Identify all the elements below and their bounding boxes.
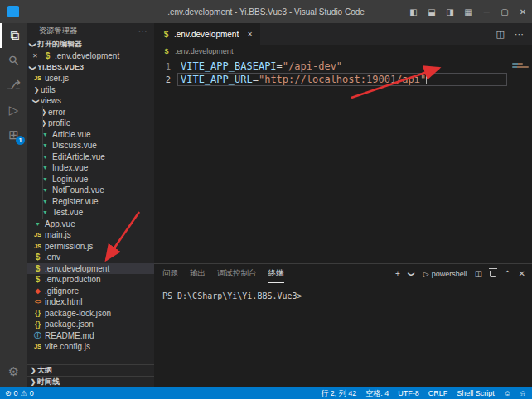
eol-status[interactable]: CRLF xyxy=(428,389,448,397)
tree-item-gitignore[interactable]: ◆.gitignore xyxy=(27,286,154,297)
tree-item-notfound-vue[interactable]: ▼NotFound.vue xyxy=(27,185,154,196)
split-editor-icon[interactable]: ◫ xyxy=(496,29,505,40)
line-number: 2 xyxy=(154,73,171,86)
js-file-icon: JS xyxy=(32,343,43,350)
new-terminal-icon[interactable]: + xyxy=(395,269,400,278)
tree-item-env[interactable]: $.env xyxy=(27,252,154,263)
feedback-smiley-icon[interactable]: ☺ xyxy=(504,389,511,397)
breadcrumb[interactable]: $ .env.development xyxy=(154,45,532,58)
cursor-position[interactable]: 行 2, 列 42 xyxy=(321,388,356,399)
maximize-button[interactable]: ▢ xyxy=(496,0,514,23)
settings-gear-icon[interactable]: ⚙ xyxy=(0,359,27,384)
timeline-pane-header[interactable]: ❯ 时间线 xyxy=(27,376,154,387)
vue-file-icon: ▼ xyxy=(40,142,51,148)
project-header[interactable]: ❯ YI.BBS.VUE3 xyxy=(27,61,154,73)
tree-item-user-js[interactable]: JSuser.js xyxy=(27,73,154,84)
tree-item-package-lock-json[interactable]: {}package-lock.json xyxy=(27,308,154,320)
tree-item-editarticle-vue[interactable]: ▼EditArticle.vue xyxy=(27,151,154,163)
vue-file-icon: ▼ xyxy=(40,209,51,215)
tree-item-permission-js[interactable]: JSpermission.js xyxy=(27,241,154,252)
shell-selector[interactable]: ▷ powershell xyxy=(423,270,467,278)
close-tab-icon[interactable]: ✕ xyxy=(247,31,253,38)
code-content: VITE_APP_URL="http://localhost:19001/api… xyxy=(181,73,427,86)
explorer-icon[interactable]: ⧉ xyxy=(0,23,27,48)
panel-maximize-icon[interactable]: ⌃ xyxy=(504,269,510,278)
encoding-status[interactable]: UTF-8 xyxy=(398,389,419,397)
minimap[interactable] xyxy=(510,60,532,265)
vue-file-icon: ▼ xyxy=(40,132,51,137)
tree-item-env-development[interactable]: $.env.development xyxy=(27,263,154,275)
warning-count: 0 xyxy=(30,389,34,397)
trash-icon[interactable] xyxy=(490,271,496,277)
line-number: 1 xyxy=(154,60,171,73)
extensions-icon[interactable]: ⊞ 1 xyxy=(0,123,27,147)
more-actions-icon[interactable]: ⋯ xyxy=(138,26,148,36)
code-line-1[interactable]: 1VITE_APP_BASEAPI="/api-dev" xyxy=(154,60,532,73)
tree-item-discuss-vue[interactable]: ▼Discuss.vue xyxy=(27,140,154,151)
tree-item-index-html[interactable]: <>index.html xyxy=(27,296,154,308)
tree-item-test-vue[interactable]: ▼Test.vue xyxy=(27,207,154,219)
panel-tabs: 问题输出调试控制台终端 xyxy=(162,264,296,283)
panel-close-icon[interactable]: ✕ xyxy=(519,269,525,278)
tree-item-vite-config-js[interactable]: JSvite.config.js xyxy=(27,341,154,353)
bell-icon[interactable]: ⍾ xyxy=(520,389,525,398)
tree-item-error[interactable]: ❯error xyxy=(27,107,154,118)
tree-item-profile[interactable]: ❯profile xyxy=(27,118,154,129)
tree-item-main-js[interactable]: JSmain.js xyxy=(27,229,154,241)
layout-panel-icon[interactable]: ⬓ xyxy=(423,0,441,23)
tree-item-readme-md[interactable]: ⓘREADME.md xyxy=(27,330,154,342)
tree-item-label: .env.production xyxy=(45,275,101,284)
layout-sidebar-icon[interactable]: ◧ xyxy=(404,0,423,23)
vscode-logo-icon[interactable] xyxy=(7,6,19,17)
outline-pane-header[interactable]: ❯ 大纲 xyxy=(27,364,154,376)
tree-item-views[interactable]: ❯views xyxy=(27,95,154,107)
json-file-icon: {} xyxy=(32,309,43,317)
tree-item-label: NotFound.vue xyxy=(52,185,104,195)
close-window-button[interactable]: ✕ xyxy=(514,0,532,23)
panel-tab-problems[interactable]: 问题 xyxy=(162,264,178,283)
panel-tab-terminal[interactable]: 终端 xyxy=(268,264,284,283)
panel-tab-debug-console[interactable]: 调试控制台 xyxy=(217,264,257,283)
customize-layout-icon[interactable]: ▦ xyxy=(459,0,477,23)
source-control-icon[interactable]: ⎇ xyxy=(0,73,27,98)
close-editor-icon[interactable]: ✕ xyxy=(32,52,41,60)
run-debug-icon[interactable]: ▷ xyxy=(0,98,27,123)
indentation-status[interactable]: 空格: 4 xyxy=(365,388,389,399)
tree-item-login-vue[interactable]: ▼Login.vue xyxy=(27,174,154,185)
open-editors-header[interactable]: ❯ 打开的编辑器 xyxy=(27,38,154,50)
layout-secondary-sidebar-icon[interactable]: ◨ xyxy=(441,0,459,23)
panel-tab-output[interactable]: 输出 xyxy=(190,264,206,283)
minimize-button[interactable]: ─ xyxy=(477,0,496,23)
more-actions-icon[interactable]: ⋯ xyxy=(515,29,524,40)
tree-item-index-vue[interactable]: ▼Index.vue xyxy=(27,162,154,174)
warning-icon: ⚠ xyxy=(21,389,27,397)
tree-item-label: .gitignore xyxy=(45,286,79,296)
chevron-down-icon[interactable]: ❯ xyxy=(408,270,415,278)
code-editor[interactable]: 1VITE_APP_BASEAPI="/api-dev"2VITE_APP_UR… xyxy=(154,58,532,263)
vue-file-icon: ▼ xyxy=(40,176,51,182)
split-terminal-icon[interactable]: ◫ xyxy=(475,269,482,278)
tree-item-article-vue[interactable]: ▼Article.vue xyxy=(27,129,154,141)
chevron-right-icon: ❯ xyxy=(29,367,37,374)
assignment-operator: = xyxy=(253,74,259,85)
code-line-2[interactable]: 2VITE_APP_URL="http://localhost:19001/ap… xyxy=(154,73,532,86)
tree-item-env-production[interactable]: $.env.production xyxy=(27,274,154,286)
env-file-icon: $ xyxy=(42,51,53,60)
status-bar: ⊘ 0 ⚠ 0 行 2, 列 42 空格: 4 UTF-8 CRLF Shell… xyxy=(0,387,532,399)
tree-item-register-vue[interactable]: ▼Register.vue xyxy=(27,196,154,208)
tree-item-label: EditArticle.vue xyxy=(52,152,105,161)
terminal[interactable]: PS D:\CSharp\Yi\Yi.BBS.Vue3> xyxy=(154,283,532,300)
open-editor-item[interactable]: ✕ $ .env.development xyxy=(27,50,154,61)
env-file-icon: $ xyxy=(32,264,43,273)
tree-item-label: Discuss.vue xyxy=(52,141,97,150)
tab-env-development[interactable]: $ .env.development ✕ xyxy=(154,23,260,45)
tree-item-label: index.html xyxy=(45,297,83,306)
search-icon[interactable]: ⚲ xyxy=(0,48,27,73)
language-mode[interactable]: Shell Script xyxy=(457,389,495,397)
tree-item-app-vue[interactable]: ▼App.vue xyxy=(27,219,154,230)
problems-status[interactable]: ⊘ 0 ⚠ 0 xyxy=(5,389,34,397)
tree-item-package-json[interactable]: {}package.json xyxy=(27,319,154,330)
activity-bar: ⧉ ⚲ ⎇ ▷ ⊞ 1 ⚙ xyxy=(0,23,27,387)
env-file-icon: $ xyxy=(32,275,43,284)
tree-item-utils[interactable]: ❯utils xyxy=(27,84,154,96)
